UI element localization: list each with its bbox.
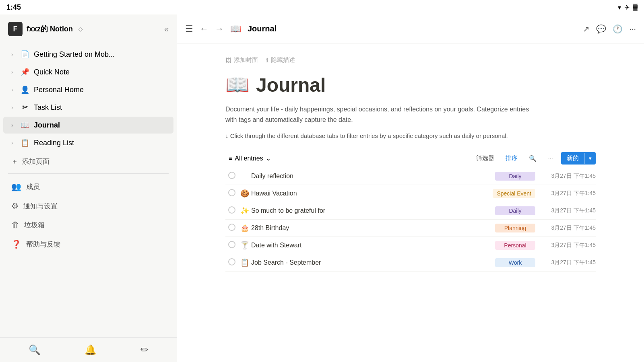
sidebar-item-getting-started[interactable]: › 📄 Getting Started on Mob... ··· ＋	[3, 46, 173, 63]
nav-item-icon: 📄	[19, 50, 31, 59]
new-entry-button[interactable]: 新的 ▾	[561, 152, 596, 165]
entry-title: Date with Stewart	[251, 242, 495, 249]
airplane-icon: ✈	[624, 4, 630, 11]
nav-item-icon: ✂	[19, 103, 31, 112]
view-chevron-icon: ⌄	[266, 154, 271, 162]
page-header-title: Journal	[248, 24, 277, 33]
sidebar-item-task-list[interactable]: › ✂ Task List ··· ＋	[3, 99, 173, 116]
content-body: 🖼 添加封面 ℹ 隐藏描述 📖 Journal Document your li…	[177, 43, 644, 362]
entry-title: So much to be grateful for	[251, 207, 495, 214]
db-toolbar-left: ≡ All entries ⌄	[225, 153, 274, 164]
nav-item-icon: 📌	[19, 68, 31, 76]
entry-date: 3月27日 下午1:45	[543, 259, 596, 266]
filter-button[interactable]: 筛选器	[473, 153, 497, 164]
checkbox-circle	[228, 224, 235, 231]
content-header-right: ↗ 💬 🕐 ···	[583, 24, 636, 34]
search-button[interactable]: 🔍	[526, 153, 540, 164]
add-page-button[interactable]: ＋ 添加页面	[0, 153, 177, 170]
nav-item-label: Reading List	[34, 139, 165, 147]
entry-title: Daily reflection	[251, 173, 495, 180]
sidebar-divider	[8, 173, 169, 174]
entry-title: Job Search - September	[251, 259, 495, 266]
sidebar-bottom-members[interactable]: 👥 成员	[0, 177, 177, 196]
sidebar-bottom-help[interactable]: ❓ 帮助与反馈	[0, 234, 177, 254]
entry-date: 3月27日 下午1:45	[543, 190, 596, 197]
row-checkbox	[225, 258, 238, 267]
share-icon[interactable]: ↗	[583, 24, 590, 34]
workspace-chevron-icon: ◇	[78, 26, 83, 32]
entry-date: 3月27日 下午1:45	[543, 207, 596, 214]
footer-search-icon[interactable]: 🔍	[29, 344, 41, 356]
row-icon: 🍸	[238, 241, 251, 250]
checkbox-circle	[228, 206, 235, 214]
content-header-left: ☰ ← → 📖 Journal	[185, 24, 277, 34]
entry-tag: Daily	[495, 206, 535, 215]
table-row[interactable]: ✨ So much to be grateful for Daily 3月27日…	[225, 202, 596, 220]
row-checkbox	[225, 206, 238, 215]
trash-label: 垃圾箱	[24, 220, 45, 230]
row-checkbox	[225, 189, 238, 198]
status-bar: 1:45 ▾ ✈ ▓	[0, 0, 644, 14]
entry-tag: Work	[495, 258, 535, 267]
workspace-icon: F	[8, 22, 23, 36]
footer-bell-icon[interactable]: 🔔	[85, 344, 97, 356]
journal-entries: Daily reflection Daily 3月27日 下午1:45 🍪 Ha…	[225, 168, 596, 272]
forward-button[interactable]: →	[215, 24, 224, 34]
image-icon: 🖼	[225, 57, 231, 64]
sidebar-item-reading-list[interactable]: › 📋 Reading List ··· ＋	[3, 134, 173, 151]
nav-item-label: Quick Note	[34, 68, 165, 76]
back-button[interactable]: ←	[200, 24, 208, 34]
sidebar: F fxxz的 Notion ◇ « › 📄 Getting Started o…	[0, 14, 177, 362]
checkbox-circle	[228, 189, 235, 196]
comment-icon[interactable]: 💬	[596, 24, 606, 34]
workspace-name: fxxz的 Notion	[27, 24, 73, 34]
chevron-right-icon: ›	[11, 51, 19, 58]
sidebar-item-journal[interactable]: › 📖 Journal ··· ＋	[3, 117, 173, 134]
more-options-button[interactable]: ···	[545, 153, 556, 163]
more-icon[interactable]: ···	[629, 24, 636, 33]
view-name: All entries	[235, 155, 263, 162]
page-title-icon: 📖	[225, 74, 250, 96]
sidebar-bottom-trash[interactable]: 🗑 垃圾箱	[0, 216, 177, 234]
settings-icon: ⚙	[11, 201, 19, 211]
row-icon: ✨	[238, 206, 251, 215]
new-label: 新的	[561, 152, 584, 165]
history-icon[interactable]: 🕐	[613, 24, 623, 34]
nav-item-label: Journal	[34, 121, 165, 130]
footer-compose-icon[interactable]: ✏	[140, 344, 149, 356]
row-checkbox	[225, 241, 238, 250]
table-row[interactable]: 📋 Job Search - September Work 3月27日 下午1:…	[225, 254, 596, 272]
table-row[interactable]: 🍸 Date with Stewart Personal 3月27日 下午1:4…	[225, 237, 596, 254]
info-icon: ℹ	[266, 57, 268, 64]
menu-icon[interactable]: ☰	[185, 24, 193, 34]
hide-description-button[interactable]: ℹ 隐藏描述	[266, 56, 295, 64]
chevron-right-icon: ›	[11, 104, 19, 111]
chevron-right-icon: ›	[11, 122, 19, 128]
sidebar-collapse-button[interactable]: «	[164, 25, 169, 34]
add-cover-button[interactable]: 🖼 添加封面	[225, 56, 258, 64]
page-title-row: 📖 Journal	[225, 74, 596, 96]
table-row[interactable]: 🎂 28th Birthday Planning 3月27日 下午1:45	[225, 220, 596, 237]
help-label: 帮助与反馈	[26, 240, 60, 249]
row-icon: 🎂	[238, 224, 251, 232]
db-toolbar-right: 筛选器 排序 🔍 ··· 新的 ▾	[473, 152, 596, 165]
battery-icon: ▓	[633, 4, 638, 11]
table-row[interactable]: Daily reflection Daily 3月27日 下午1:45	[225, 168, 596, 185]
db-view-selector[interactable]: ≡ All entries ⌄	[225, 153, 274, 164]
content-header: ☰ ← → 📖 Journal ↗ 💬 🕐 ···	[177, 14, 644, 43]
sidebar-item-quick-note[interactable]: › 📌 Quick Note ··· ＋	[3, 64, 173, 80]
entry-date: 3月27日 下午1:45	[543, 242, 596, 249]
status-icons: ▾ ✈ ▓	[618, 4, 638, 11]
new-arrow-icon[interactable]: ▾	[585, 153, 596, 164]
table-row[interactable]: 🍪 Hawaii Vacation Special Event 3月27日 下午…	[225, 185, 596, 202]
sidebar-bottom-settings[interactable]: ⚙ 通知与设置	[0, 196, 177, 216]
status-time: 1:45	[6, 3, 21, 12]
sort-button[interactable]: 排序	[502, 153, 521, 164]
plus-icon: ＋	[11, 157, 18, 166]
sidebar-item-personal-home[interactable]: › 👤 Personal Home ··· ＋	[3, 81, 173, 98]
sidebar-footer: 🔍 🔔 ✏	[0, 337, 177, 362]
workspace-selector[interactable]: F fxxz的 Notion ◇	[8, 22, 83, 36]
entry-tag: Special Event	[493, 189, 535, 198]
entry-tag: Daily	[495, 172, 535, 181]
entry-title: Hawaii Vacation	[251, 190, 493, 197]
